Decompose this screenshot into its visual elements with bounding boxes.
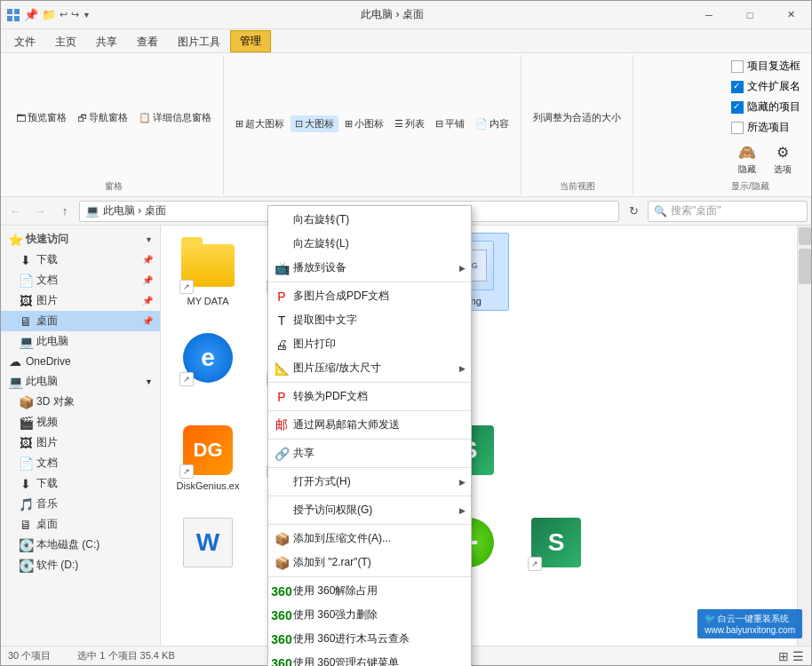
- address-text: 此电脑 › 桌面: [103, 203, 166, 218]
- sidebar-quick-access[interactable]: ⭐ 快速访问 ▼: [1, 229, 160, 250]
- ctx-print[interactable]: 🖨图片打印: [268, 332, 471, 356]
- file-item-diskgenius[interactable]: DG ↗ DiskGenius.ex: [168, 417, 248, 496]
- scrollbar-thumb[interactable]: [799, 249, 811, 284]
- onedrive-icon: ☁: [8, 354, 22, 369]
- ctx-grant-access[interactable]: 授予访问权限(G): [268, 498, 471, 522]
- scrollbar[interactable]: [797, 226, 811, 646]
- ctx-360-scan[interactable]: 360使用 360进行木马云查杀: [268, 627, 471, 651]
- ribbon-adjust-col[interactable]: 列调整为合适的大小: [529, 109, 625, 126]
- sidebar-thispc[interactable]: 💻 此电脑 ▼: [1, 371, 160, 392]
- ribbon-large-icon[interactable]: ⊡ 大图标: [291, 115, 338, 132]
- tab-file[interactable]: 文件: [4, 31, 45, 52]
- sidebar-videos[interactable]: 🎬 视频: [1, 412, 160, 432]
- sidebar-drive-d[interactable]: 💽 软件 (D:): [1, 555, 160, 575]
- sidebar-documents-pc[interactable]: 📄 文档: [1, 453, 160, 473]
- sidebar-onedrive[interactable]: ☁ OneDrive: [1, 352, 160, 371]
- ctx-360-rightclick[interactable]: 360使用 360管理右键菜单: [268, 651, 471, 666]
- quick-access-folder[interactable]: 📁: [42, 8, 56, 21]
- sidebar-item-desktop[interactable]: 🖥 桌面 📌: [1, 311, 160, 331]
- ribbon-tile[interactable]: ⊟ 平铺: [431, 115, 469, 132]
- quick-access-dropdown[interactable]: ▼: [83, 11, 91, 20]
- sidebar-item-download[interactable]: ⬇ 下载 📌: [1, 250, 160, 270]
- ctx-pdf-merge[interactable]: P多图片合成PDF文档: [268, 284, 471, 308]
- sidebar-item-documents[interactable]: 📄 文档 📌: [1, 270, 160, 290]
- mydata-label: MY DATA: [187, 296, 228, 306]
- ribbon-xlarge-icon[interactable]: ⊞ 超大图标: [231, 115, 289, 132]
- tab-view[interactable]: 查看: [127, 31, 168, 52]
- netease-icon: 邮: [274, 417, 290, 433]
- scroll-up-arrow[interactable]: [799, 227, 811, 245]
- forward-button[interactable]: →: [29, 201, 51, 222]
- svg-rect-0: [7, 9, 12, 14]
- ribbon-nav-pane[interactable]: 🗗 导航窗格: [73, 109, 132, 126]
- ribbon-list[interactable]: ☰ 列表: [390, 115, 429, 132]
- pdf-merge-icon: P: [274, 289, 290, 305]
- ribbon-small-icon[interactable]: ⊞ 小图标: [340, 115, 388, 132]
- sidebar-item-pictures[interactable]: 🖼 图片 📌: [1, 290, 160, 311]
- tab-picture-tools[interactable]: 图片工具: [168, 31, 230, 52]
- archive-icon: 📦: [274, 531, 290, 547]
- download-icon: ⬇: [19, 253, 33, 267]
- ribbon-group-view: 列调整为合适的大小 当前视图: [521, 55, 633, 194]
- ctx-send-netease[interactable]: 邮通过网易邮箱大师发送: [268, 413, 471, 437]
- quick-access-undo[interactable]: ↩: [60, 9, 68, 20]
- ribbon-content[interactable]: 📄 内容: [471, 115, 513, 132]
- ctx-extract-text[interactable]: T提取图中文字: [268, 308, 471, 332]
- tab-share[interactable]: 共享: [86, 31, 127, 52]
- status-view-icon[interactable]: ⊞: [778, 649, 789, 663]
- ctx-rotate-left[interactable]: 向左旋转(L): [268, 232, 471, 256]
- context-menu: 向右旋转(T) 向左旋转(L) 📺播放到设备 P多图片合成PDF文档 T提取图中…: [267, 205, 472, 666]
- file-item-wps-s2[interactable]: S ↗: [516, 510, 596, 591]
- hidden-items-check[interactable]: [731, 101, 744, 114]
- ribbon-detail-pane[interactable]: 📋 详细信息窗格: [134, 109, 216, 126]
- sidebar-music[interactable]: 🎵 音乐: [1, 494, 160, 514]
- file-extension-check[interactable]: [731, 81, 744, 93]
- rotate-left-icon: [274, 236, 290, 252]
- sidebar-pictures-pc[interactable]: 🖼 图片: [1, 432, 160, 453]
- back-button[interactable]: ←: [4, 201, 26, 222]
- quick-access-pin[interactable]: 📌: [24, 8, 38, 21]
- ctx-open-with[interactable]: 打开方式(H): [268, 470, 471, 494]
- thispc-icon: 💻: [8, 375, 22, 389]
- refresh-button[interactable]: ↻: [623, 201, 644, 222]
- status-item-count: 30 个项目: [8, 649, 51, 662]
- sidebar-3dobjects[interactable]: 📦 3D 对象: [1, 392, 160, 412]
- ctx-compress[interactable]: 📐图片压缩/放大尺寸: [268, 356, 471, 380]
- grant-access-icon: [274, 503, 290, 519]
- ribbon-preview-pane[interactable]: 🗔 预览窗格: [12, 109, 71, 126]
- sidebar-desktop-pc[interactable]: 🖥 桌面: [1, 514, 160, 535]
- tab-manage[interactable]: 管理: [230, 30, 271, 52]
- maximize-button[interactable]: □: [729, 1, 770, 28]
- file-item-mydata[interactable]: ↗ MY DATA: [168, 233, 248, 311]
- sidebar-item-thispc-qa[interactable]: 💻 此电脑: [1, 331, 160, 352]
- ctx-sep-3: [268, 410, 471, 411]
- item-checkbox-check[interactable]: [731, 60, 744, 73]
- quick-access-redo[interactable]: ↪: [71, 9, 79, 20]
- ctx-add-to-archive[interactable]: 📦添加到压缩文件(A)...: [268, 527, 471, 551]
- minimize-button[interactable]: ─: [689, 1, 729, 28]
- status-list-icon[interactable]: ☰: [792, 649, 804, 663]
- ctx-convert-pdf[interactable]: P转换为PDF文档: [268, 385, 471, 408]
- ctx-sep-4: [268, 439, 471, 440]
- sidebar-downloads-pc[interactable]: ⬇ 下载: [1, 473, 160, 494]
- rar-icon: 📦: [274, 555, 290, 571]
- file-item-wps-w2[interactable]: W: [168, 510, 248, 591]
- ctx-share[interactable]: 🔗共享: [268, 441, 471, 465]
- file-item-ie[interactable]: e ↗: [168, 325, 248, 403]
- close-button[interactable]: ✕: [770, 1, 811, 28]
- ctx-play-to-device[interactable]: 📺播放到设备: [268, 256, 471, 280]
- ctx-360-delete[interactable]: 360使用 360强力删除: [268, 603, 471, 627]
- ribbon-options-button[interactable]: ⚙ 选项: [767, 139, 799, 178]
- tab-home[interactable]: 主页: [45, 31, 86, 52]
- up-button[interactable]: ↑: [54, 201, 76, 222]
- selected-check[interactable]: [731, 122, 744, 134]
- ctx-add-to-rar[interactable]: 📦添加到 "2.rar"(T): [268, 551, 471, 575]
- search-box[interactable]: 🔍 搜索"桌面": [648, 201, 808, 222]
- pin-icon-desktop: 📌: [142, 316, 153, 326]
- ctx-rotate-right[interactable]: 向右旋转(T): [268, 208, 471, 232]
- file-extension-label: 文件扩展名: [747, 79, 800, 94]
- ribbon-hide-button[interactable]: 🙈 隐藏: [731, 139, 763, 178]
- search-placeholder: 搜索"桌面": [671, 203, 721, 218]
- sidebar-drive-c[interactable]: 💽 本地磁盘 (C:): [1, 535, 160, 555]
- ctx-360-unlock[interactable]: 360使用 360解除占用: [268, 579, 471, 603]
